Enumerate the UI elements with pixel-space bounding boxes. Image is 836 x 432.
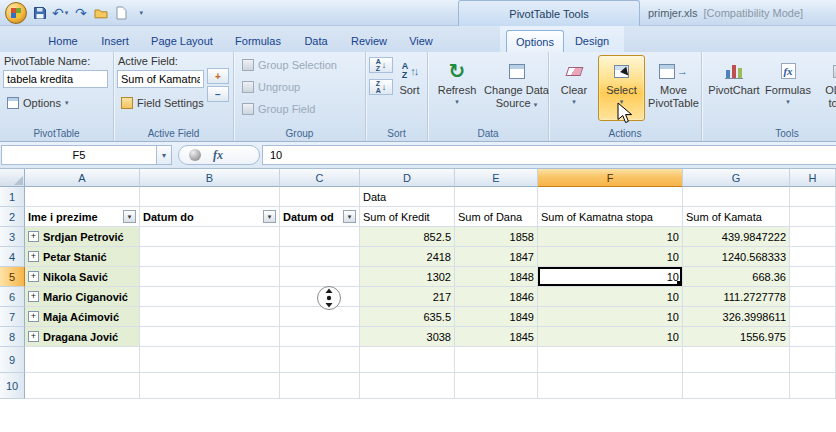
cell-C1[interactable] bbox=[280, 187, 360, 207]
cell-E2[interactable]: Sum of Dana bbox=[455, 207, 538, 227]
insert-function-icon[interactable]: fx bbox=[213, 148, 223, 163]
row-header-9[interactable]: 9 bbox=[0, 347, 25, 373]
change-data-source-button[interactable]: Change Data Source ▾ bbox=[486, 55, 547, 121]
cell-E3[interactable]: 1858 bbox=[455, 227, 538, 247]
cell-A10[interactable] bbox=[25, 373, 140, 399]
column-header-g[interactable]: G bbox=[683, 169, 790, 187]
select-all-button[interactable] bbox=[0, 169, 25, 187]
cell-F4[interactable]: 10 bbox=[538, 247, 683, 267]
cell-G8[interactable]: 1556.975 bbox=[683, 327, 790, 347]
cell-A7[interactable]: +Maja Aćimović bbox=[25, 307, 140, 327]
cell-B10[interactable] bbox=[140, 373, 280, 399]
filter-button[interactable]: ▼ bbox=[123, 210, 136, 223]
cell-B1[interactable] bbox=[140, 187, 280, 207]
field-settings-button[interactable]: Field Settings bbox=[117, 93, 208, 113]
column-header-f[interactable]: F bbox=[538, 169, 683, 187]
new-document-button[interactable] bbox=[113, 4, 128, 22]
cell-E7[interactable]: 1849 bbox=[455, 307, 538, 327]
cell-A4[interactable]: +Petar Stanić bbox=[25, 247, 140, 267]
open-button[interactable] bbox=[93, 4, 108, 22]
cell-D4[interactable]: 2418 bbox=[360, 247, 455, 267]
refresh-button[interactable]: ↻ Refresh ▾ bbox=[430, 55, 484, 121]
cell-B9[interactable] bbox=[140, 347, 280, 373]
cell-E4[interactable]: 1847 bbox=[455, 247, 538, 267]
cell-G6[interactable]: 111.2727778 bbox=[683, 287, 790, 307]
cell-E5[interactable]: 1848 bbox=[455, 267, 538, 287]
expand-entire-field-button[interactable]: + bbox=[207, 68, 229, 84]
expand-icon[interactable]: + bbox=[28, 251, 39, 262]
cell-D1[interactable]: Data bbox=[360, 187, 455, 207]
filter-button[interactable]: ▼ bbox=[263, 210, 276, 223]
formula-input[interactable]: 10 bbox=[262, 145, 836, 165]
column-header-b[interactable]: B bbox=[140, 169, 280, 187]
tab-home[interactable]: Home bbox=[36, 30, 90, 52]
row-header-3[interactable]: 3 bbox=[0, 227, 25, 247]
cell-A5[interactable]: +Nikola Savić bbox=[25, 267, 140, 287]
cell-H9[interactable] bbox=[790, 347, 836, 373]
cell-G9[interactable] bbox=[683, 347, 790, 373]
expand-icon[interactable]: + bbox=[28, 331, 39, 342]
cell-F6[interactable]: 10 bbox=[538, 287, 683, 307]
cell-B3[interactable] bbox=[140, 227, 280, 247]
row-header-5[interactable]: 5 bbox=[0, 267, 25, 287]
cell-D9[interactable] bbox=[360, 347, 455, 373]
tab-design[interactable]: Design bbox=[564, 30, 620, 52]
pivotchart-button[interactable]: PivotChart bbox=[706, 55, 762, 121]
cell-E9[interactable] bbox=[455, 347, 538, 373]
cell-F2[interactable]: Sum of Kamatna stopa bbox=[538, 207, 683, 227]
cell-G3[interactable]: 439.9847222 bbox=[683, 227, 790, 247]
clear-button[interactable]: Clear ▾ bbox=[552, 55, 596, 121]
expand-icon[interactable]: + bbox=[28, 311, 39, 322]
group-selection-button[interactable]: Group Selection bbox=[238, 55, 341, 75]
column-header-c[interactable]: C bbox=[280, 169, 360, 187]
cell-F9[interactable] bbox=[538, 347, 683, 373]
row-header-1[interactable]: 1 bbox=[0, 187, 25, 207]
formulas-button[interactable]: fx Formulas ▾ bbox=[764, 55, 812, 121]
cell-H7[interactable] bbox=[790, 307, 836, 327]
cell-H6[interactable] bbox=[790, 287, 836, 307]
cell-H2[interactable] bbox=[790, 207, 836, 227]
cell-C4[interactable] bbox=[280, 247, 360, 267]
cell-A8[interactable]: +Dragana Jović bbox=[25, 327, 140, 347]
cell-C10[interactable] bbox=[280, 373, 360, 399]
cell-H4[interactable] bbox=[790, 247, 836, 267]
cell-H8[interactable] bbox=[790, 327, 836, 347]
tab-view[interactable]: View bbox=[398, 30, 444, 52]
tab-review[interactable]: Review bbox=[340, 30, 398, 52]
cell-E8[interactable]: 1845 bbox=[455, 327, 538, 347]
pivottable-options-button[interactable]: Options ▾ bbox=[3, 93, 72, 113]
tab-insert[interactable]: Insert bbox=[90, 30, 140, 52]
expand-icon[interactable]: + bbox=[28, 291, 39, 302]
row-header-7[interactable]: 7 bbox=[0, 307, 25, 327]
filter-button[interactable]: ▼ bbox=[343, 210, 356, 223]
row-header-4[interactable]: 4 bbox=[0, 247, 25, 267]
cell-B2[interactable]: Datum do▼ bbox=[140, 207, 280, 227]
cell-E10[interactable] bbox=[455, 373, 538, 399]
cell-F1[interactable] bbox=[538, 187, 683, 207]
cell-H3[interactable] bbox=[790, 227, 836, 247]
cell-D3[interactable]: 852.5 bbox=[360, 227, 455, 247]
cell-C5[interactable] bbox=[280, 267, 360, 287]
cell-F8[interactable]: 10 bbox=[538, 327, 683, 347]
cell-G2[interactable]: Sum of Kamata bbox=[683, 207, 790, 227]
pivottable-name-input[interactable] bbox=[3, 70, 108, 88]
expand-icon[interactable]: + bbox=[28, 231, 39, 242]
cell-D7[interactable]: 635.5 bbox=[360, 307, 455, 327]
olap-tools-button[interactable]: OLAP tools bbox=[814, 55, 836, 121]
cell-B4[interactable] bbox=[140, 247, 280, 267]
tab-page-layout[interactable]: Page Layout bbox=[140, 30, 224, 52]
cell-F10[interactable] bbox=[538, 373, 683, 399]
cell-A2[interactable]: Ime i prezime▼ bbox=[25, 207, 140, 227]
column-header-d[interactable]: D bbox=[360, 169, 455, 187]
cell-F7[interactable]: 10 bbox=[538, 307, 683, 327]
column-header-e[interactable]: E bbox=[455, 169, 538, 187]
row-header-8[interactable]: 8 bbox=[0, 327, 25, 347]
cell-D6[interactable]: 217 bbox=[360, 287, 455, 307]
cell-A9[interactable] bbox=[25, 347, 140, 373]
active-field-input[interactable] bbox=[117, 70, 204, 88]
cell-D10[interactable] bbox=[360, 373, 455, 399]
move-pivottable-button[interactable]: → Move PivotTable bbox=[647, 55, 700, 121]
ungroup-button[interactable]: Ungroup bbox=[238, 77, 304, 97]
row-header-10[interactable]: 10 bbox=[0, 373, 25, 399]
row-header-6[interactable]: 6 bbox=[0, 287, 25, 307]
